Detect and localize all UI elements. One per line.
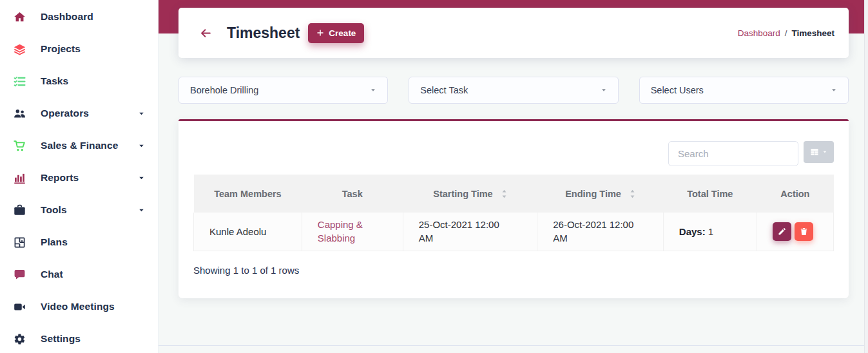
- column-header-label: Task: [342, 189, 363, 199]
- caret-down-icon: [601, 87, 607, 93]
- sidebar-nav: Dashboard Projects Tasks Operators Sales…: [0, 0, 159, 353]
- caret-down-icon: [831, 87, 837, 93]
- chat-icon: [14, 269, 26, 281]
- sidebar-item-label: Video Meetings: [41, 301, 115, 312]
- bar-chart-icon: [14, 172, 26, 184]
- page-title: Timesheet: [227, 24, 300, 42]
- sidebar-item-tasks[interactable]: Tasks: [0, 65, 158, 97]
- column-header-ending-time[interactable]: Ending Time: [537, 175, 664, 213]
- task-select-placeholder: Select Task: [420, 85, 468, 95]
- chevron-down-icon: [138, 175, 145, 182]
- breadcrumb: Dashboard / Timesheet: [738, 28, 834, 38]
- timesheet-table-card: Team Members Task Starting Time Ending T…: [178, 119, 849, 298]
- sidebar-item-chat[interactable]: Chat: [0, 258, 158, 291]
- cell-task: Capping & Slabbing: [302, 213, 403, 251]
- users-select[interactable]: Select Users: [639, 77, 849, 104]
- cell-team-member: Kunle Adeolu: [194, 213, 302, 251]
- page-header-card: Timesheet Create Dashboard / Timesheet: [178, 8, 849, 58]
- create-button[interactable]: Create: [308, 23, 364, 43]
- task-select[interactable]: Select Task: [409, 77, 618, 104]
- users-icon: [14, 108, 26, 120]
- home-icon: [14, 11, 26, 23]
- table-header-row: Team Members Task Starting Time Ending T…: [194, 175, 834, 213]
- table-row: Kunle Adeolu Capping & Slabbing 25-Oct-2…: [194, 213, 834, 251]
- column-header-label: Action: [780, 189, 809, 199]
- gear-icon: [14, 333, 26, 345]
- sidebar-item-reports[interactable]: Reports: [0, 162, 158, 194]
- sidebar-item-settings[interactable]: Settings: [0, 323, 158, 353]
- sidebar-item-label: Projects: [41, 43, 81, 55]
- total-time-label: Days:: [679, 226, 706, 237]
- sidebar-item-label: Sales & Finance: [41, 140, 118, 151]
- pencil-icon: [778, 227, 786, 236]
- task-link[interactable]: Capping & Slabbing: [318, 218, 395, 245]
- create-button-label: Create: [329, 28, 356, 38]
- table-toolbar: [193, 141, 834, 166]
- table-summary: Showing 1 to 1 of 1 rows: [193, 265, 834, 276]
- tasks-icon: [14, 75, 26, 88]
- search-input[interactable]: [668, 141, 798, 166]
- edit-button[interactable]: [773, 222, 791, 241]
- back-arrow-icon[interactable]: [200, 27, 212, 39]
- chevron-down-icon: [138, 142, 145, 149]
- column-header-label: Team Members: [214, 189, 282, 199]
- layers-icon: [14, 43, 26, 55]
- column-header-label: Starting Time: [433, 189, 492, 199]
- sidebar-item-dashboard[interactable]: Dashboard: [0, 1, 158, 33]
- sidebar-item-label: Tools: [41, 204, 67, 216]
- sidebar-item-plans[interactable]: Plans: [0, 226, 158, 258]
- vertical-scrollbar[interactable]: [864, 0, 868, 353]
- column-header-task: Task: [302, 175, 403, 213]
- cell-ending-time: 26-Oct-2021 12:00 AM: [537, 213, 664, 251]
- column-header-label: Total Time: [687, 189, 733, 199]
- briefcase-icon: [14, 204, 26, 216]
- caret-down-icon: [370, 87, 376, 93]
- breadcrumb-dashboard-link[interactable]: Dashboard: [738, 28, 780, 38]
- chevron-down-icon: [138, 207, 145, 214]
- timesheet-table: Team Members Task Starting Time Ending T…: [193, 175, 834, 251]
- footer-divider: [159, 345, 864, 346]
- cell-total-time: Days: 1: [663, 213, 757, 251]
- project-select-value: Borehole Drilling: [190, 85, 258, 95]
- total-time-value: 1: [708, 226, 713, 237]
- caret-down-icon: [822, 149, 827, 155]
- column-header-action: Action: [757, 175, 833, 213]
- cell-action: [757, 213, 833, 251]
- sidebar-item-label: Tasks: [41, 75, 68, 87]
- sort-icon[interactable]: [501, 189, 507, 198]
- cell-starting-time: 25-Oct-2021 12:00 AM: [403, 213, 537, 251]
- sidebar-item-label: Plans: [41, 236, 68, 248]
- cart-icon: [14, 140, 26, 152]
- video-icon: [14, 301, 26, 313]
- column-header-total-time: Total Time: [663, 175, 757, 213]
- column-header-label: Ending Time: [565, 189, 621, 199]
- columns-icon: [810, 148, 819, 157]
- project-select[interactable]: Borehole Drilling: [178, 77, 388, 104]
- users-select-placeholder: Select Users: [651, 85, 704, 95]
- sidebar-item-tools[interactable]: Tools: [0, 194, 158, 226]
- sidebar-item-label: Operators: [41, 108, 89, 119]
- plans-icon: [14, 236, 26, 249]
- breadcrumb-separator: /: [785, 28, 787, 38]
- breadcrumb-current: Timesheet: [791, 28, 834, 38]
- sidebar-item-projects[interactable]: Projects: [0, 33, 158, 65]
- sidebar-item-video-meetings[interactable]: Video Meetings: [0, 291, 158, 323]
- delete-button[interactable]: [795, 222, 813, 241]
- sidebar-item-sales-finance[interactable]: Sales & Finance: [0, 129, 158, 162]
- plus-icon: [316, 29, 324, 37]
- sort-icon[interactable]: [630, 189, 635, 198]
- sidebar-item-operators[interactable]: Operators: [0, 97, 158, 129]
- filter-row: Borehole Drilling Select Task Select Use…: [178, 77, 849, 104]
- column-header-starting-time[interactable]: Starting Time: [403, 175, 537, 213]
- columns-toggle-button[interactable]: [804, 141, 834, 163]
- chevron-down-icon: [138, 110, 145, 117]
- sidebar-item-label: Chat: [41, 269, 63, 280]
- sidebar-item-label: Settings: [41, 333, 81, 345]
- sidebar-item-label: Dashboard: [41, 11, 93, 23]
- column-header-team-members: Team Members: [194, 175, 302, 213]
- sidebar-item-label: Reports: [41, 172, 79, 184]
- trash-icon: [800, 227, 808, 236]
